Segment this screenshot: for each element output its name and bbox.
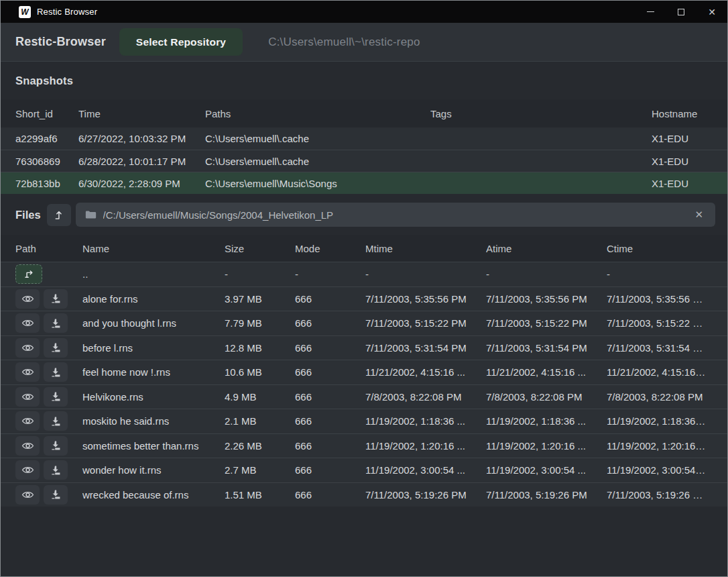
snapshot-paths: C:\Users\emuell\.cache: [205, 156, 430, 167]
eye-icon: [21, 465, 34, 475]
parent-dir-mtime: -: [365, 268, 486, 280]
minimize-icon: [647, 11, 654, 12]
file-size: 2.1 MB: [225, 415, 295, 427]
minimize-button[interactable]: [635, 1, 666, 23]
download-icon: [50, 440, 61, 451]
parent-dir-name: ..: [82, 268, 225, 280]
file-mode: 666: [295, 366, 365, 378]
snapshot-row[interactable]: a2299af6 6/27/2022, 10:03:32 PM C:\Users…: [1, 127, 727, 150]
download-file-button[interactable]: [44, 338, 68, 358]
snapshot-short-id: 72b813bb: [15, 178, 78, 189]
file-atime: 11/19/2002, 1:18:36 ...: [486, 415, 607, 427]
current-path-bar[interactable]: /C:/Users/emuell/Music/Songs/2004_Helvet…: [76, 203, 715, 227]
preview-file-button[interactable]: [15, 362, 40, 382]
download-file-button[interactable]: [44, 436, 68, 456]
download-icon: [50, 318, 61, 329]
file-name: wonder how it.rns: [82, 464, 225, 476]
files-table-body: alone for.rns 3.97 MB 666 7/11/2003, 5:3…: [1, 286, 727, 507]
column-time: Time: [78, 108, 205, 119]
column-mode: Mode: [295, 243, 365, 254]
snapshot-hostname: X1-EDU: [652, 133, 713, 144]
file-atime: 7/11/2003, 5:15:22 PM: [486, 317, 607, 329]
column-size: Size: [225, 243, 295, 254]
file-mtime: 7/11/2003, 5:35:56 PM: [365, 293, 486, 305]
snapshot-row[interactable]: 76306869 6/28/2022, 10:01:17 PM C:\Users…: [1, 150, 727, 172]
snapshot-time: 6/28/2022, 10:01:17 PM: [78, 156, 205, 167]
preview-file-button[interactable]: [15, 460, 40, 480]
close-icon: ✕: [708, 7, 716, 17]
file-name: feel home now !.rns: [82, 366, 225, 378]
snapshot-time: 6/27/2022, 10:03:32 PM: [78, 133, 205, 144]
file-row: feel home now !.rns 10.6 MB 666 11/21/20…: [1, 360, 727, 384]
snapshot-row[interactable]: 72b813bb 6/30/2022, 2:28:09 PM C:\Users\…: [1, 172, 727, 194]
preview-file-button[interactable]: [15, 313, 40, 333]
app-name: Restic-Browser: [15, 35, 106, 49]
eye-icon: [21, 343, 34, 353]
preview-file-button[interactable]: [15, 485, 40, 505]
current-path-text: /C:/Users/emuell/Music/Songs/2004_Helvet…: [103, 209, 692, 221]
download-file-button[interactable]: [44, 411, 68, 431]
snapshot-paths: C:\Users\emuell\.cache: [205, 133, 430, 144]
app-logo-icon: W: [19, 6, 31, 18]
maximize-button[interactable]: [666, 1, 696, 23]
preview-file-button[interactable]: [15, 411, 40, 431]
download-file-button[interactable]: [44, 289, 68, 309]
file-row: and you thought l.rns 7.79 MB 666 7/11/2…: [1, 311, 727, 335]
file-name: before l.rns: [82, 342, 225, 354]
snapshots-table-body: a2299af6 6/27/2022, 10:03:32 PM C:\Users…: [1, 127, 727, 194]
close-button[interactable]: ✕: [696, 1, 727, 23]
download-file-button[interactable]: [44, 362, 68, 382]
download-file-button[interactable]: [44, 313, 68, 333]
file-mtime: 11/21/2002, 4:15:16 ...: [365, 366, 486, 378]
snapshot-time: 6/30/2022, 2:28:09 PM: [78, 178, 205, 189]
file-size: 12.8 MB: [225, 342, 295, 354]
file-size: 4.9 MB: [225, 391, 295, 403]
file-mtime: 7/11/2003, 5:31:54 PM: [365, 342, 486, 354]
file-atime: 7/11/2003, 5:31:54 PM: [486, 342, 607, 354]
column-tags: Tags: [430, 108, 652, 119]
maximize-icon: [678, 9, 684, 15]
go-up-button[interactable]: [15, 264, 42, 284]
select-repository-button[interactable]: Select Repository: [119, 28, 243, 56]
file-size: 2.26 MB: [225, 440, 295, 452]
file-row: moskito he said.rns 2.1 MB 666 11/19/200…: [1, 409, 727, 433]
eye-icon: [21, 441, 34, 451]
preview-file-button[interactable]: [15, 338, 40, 358]
parent-dir-size: -: [225, 268, 295, 280]
clear-path-icon[interactable]: ✕: [692, 207, 706, 222]
preview-file-button[interactable]: [15, 387, 40, 407]
file-mode: 666: [295, 391, 365, 403]
download-icon: [50, 293, 61, 304]
go-to-root-button[interactable]: [47, 204, 71, 226]
download-icon: [50, 416, 61, 427]
file-mtime: 7/11/2003, 5:19:26 PM: [365, 489, 486, 501]
file-atime: 7/11/2003, 5:19:26 PM: [486, 489, 607, 501]
download-file-button[interactable]: [44, 485, 68, 505]
level-up-icon: [53, 209, 64, 221]
file-ctime: 7/11/2003, 5:35:56 PM: [607, 293, 713, 305]
file-name: wrecked because of.rns: [82, 489, 225, 501]
download-icon: [50, 465, 61, 476]
file-row: before l.rns 12.8 MB 666 7/11/2003, 5:31…: [1, 335, 727, 360]
snapshot-short-id: 76306869: [15, 156, 78, 167]
file-row: sometimes better than.rns 2.26 MB 666 11…: [1, 433, 727, 458]
file-mode: 666: [295, 440, 365, 452]
file-atime: 11/21/2002, 4:15:16 ...: [486, 366, 607, 378]
column-short-id: Short_id: [15, 108, 78, 119]
file-mtime: 11/19/2002, 1:20:16 ...: [365, 440, 486, 452]
preview-file-button[interactable]: [15, 289, 40, 309]
file-mtime: 11/19/2002, 3:00:54 ...: [365, 464, 486, 476]
file-mode: 666: [295, 317, 365, 329]
download-icon: [50, 489, 61, 500]
download-file-button[interactable]: [44, 387, 68, 407]
snapshot-paths: C:\Users\emuell\Music\Songs: [205, 178, 430, 189]
preview-file-button[interactable]: [15, 436, 40, 456]
files-table-header: Path Name Size Mode Mtime Atime Ctime: [1, 235, 727, 262]
file-ctime: 11/21/2002, 4:15:16 ...: [607, 366, 713, 378]
download-file-button[interactable]: [44, 460, 68, 480]
file-ctime: 7/11/2003, 5:31:54 PM: [607, 342, 713, 354]
file-atime: 11/19/2002, 1:20:16 ...: [486, 440, 607, 452]
snapshot-hostname: X1-EDU: [652, 156, 713, 167]
file-name: sometimes better than.rns: [82, 440, 225, 452]
file-mode: 666: [295, 293, 365, 305]
